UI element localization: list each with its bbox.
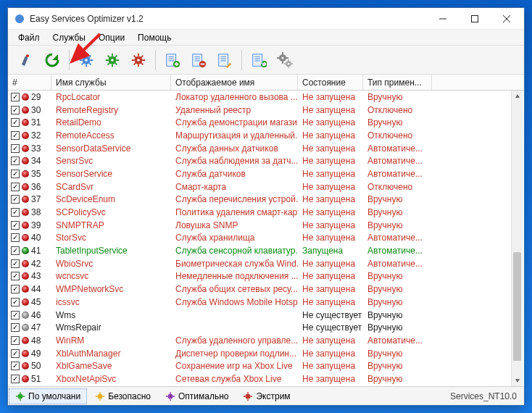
minimize-button[interactable]: [427, 9, 459, 29]
row-checkbox[interactable]: ✓: [11, 183, 20, 191]
refresh-button[interactable]: [40, 48, 65, 72]
table-row[interactable]: ✓49XblAuthManagerДиспетчер проверки подл…: [8, 347, 524, 360]
list-remove-button[interactable]: [186, 48, 211, 72]
toolbar-separator: [69, 50, 70, 70]
gears-button[interactable]: [273, 48, 297, 72]
table-row[interactable]: ✓42WbioSrvcБиометрическая служба Wind...…: [8, 257, 524, 270]
table-row[interactable]: ✓37ScDeviceEnumСлужба перечисления устро…: [8, 193, 524, 206]
rocket-button[interactable]: [14, 48, 38, 72]
table-row[interactable]: ✓35SensorServiceСлужба датчиковНе запуще…: [8, 167, 524, 180]
row-number: 43: [31, 271, 41, 281]
col-start-type[interactable]: Тип примен...: [363, 75, 432, 90]
cell-display-name: Служба датчиков: [171, 169, 298, 179]
menu-options[interactable]: Опции: [93, 31, 130, 44]
table-row[interactable]: ✓32RemoteAccessМаршрутизация и удаленный…: [8, 129, 524, 142]
status-dot-icon: [22, 145, 29, 152]
row-checkbox[interactable]: ✓: [11, 259, 20, 268]
row-checkbox[interactable]: ✓: [11, 311, 20, 320]
col-num[interactable]: #: [8, 75, 51, 90]
cell-state: Не запущена: [298, 349, 363, 359]
table-row[interactable]: ✓29RpcLocatorЛокатор удаленного вызова .…: [8, 91, 524, 104]
list-add-button[interactable]: [160, 48, 185, 72]
gear-blue-button[interactable]: [74, 48, 99, 72]
scroll-up-button[interactable]: [512, 91, 523, 102]
cell-state: Не запущена: [298, 169, 363, 179]
row-checkbox[interactable]: ✓: [11, 362, 20, 370]
profile-optimal-button[interactable]: Оптимально: [159, 388, 236, 404]
col-service-name[interactable]: Имя службы: [51, 75, 171, 90]
menu-file[interactable]: Файл: [12, 31, 46, 44]
table-row[interactable]: ✓46WmsНе существуетВручную: [8, 309, 524, 322]
app-icon: [14, 13, 25, 25]
row-checkbox[interactable]: ✓: [11, 144, 20, 153]
table-row[interactable]: ✓47WmsRepairНе существуетВручную: [8, 321, 524, 334]
cell-service-name: SCardSvr: [51, 182, 171, 192]
row-checkbox[interactable]: ✓: [11, 106, 20, 114]
table-row[interactable]: ✓48WinRMСлужба удаленного управле...Не з…: [8, 334, 524, 347]
menu-help[interactable]: Помощь: [132, 31, 177, 44]
statusbar: По умолчани Безопасно Оптимально Экстрим…: [8, 386, 524, 405]
cell-service-name: TabletInputService: [51, 246, 171, 256]
cell-display-name: Маршрутизация и удаленный...: [171, 130, 298, 141]
row-checkbox[interactable]: ✓: [11, 285, 20, 293]
gear-red-button[interactable]: [126, 48, 151, 72]
profile-extreme-button[interactable]: Экстрим: [236, 388, 296, 404]
table-row[interactable]: ✓45icssvcСлужба Windows Mobile HotspotНе…: [8, 296, 524, 309]
close-button[interactable]: [491, 9, 523, 29]
table-row[interactable]: ✓36SCardSvrСмарт-картаНе запущенаОтключе…: [8, 180, 524, 193]
row-checkbox[interactable]: ✓: [11, 170, 20, 178]
list-edit-button[interactable]: [212, 48, 237, 72]
table-row[interactable]: ✓40StorSvcСлужба хранилищаНе запущенаАвт…: [8, 232, 524, 245]
cell-display-name: Служба сенсорной клавиатур...: [171, 246, 298, 256]
col-display-name[interactable]: Отображаемое имя: [171, 75, 298, 90]
table-row[interactable]: ✓50XblGameSaveСохранение игр на Xbox Liv…: [8, 359, 524, 372]
cell-start-type: Вручную: [363, 220, 432, 230]
cell-start-type: Вручную: [363, 194, 432, 204]
row-number: 29: [31, 92, 41, 102]
row-checkbox[interactable]: ✓: [11, 93, 20, 101]
table-row[interactable]: ✓30RemoteRegistryУдаленный реестрНе запу…: [8, 104, 524, 117]
row-checkbox[interactable]: ✓: [11, 272, 20, 280]
table-row[interactable]: ✓34SensrSvcСлужба наблюдения за датч...Н…: [8, 154, 524, 167]
table-row[interactable]: ✓39SNMPTRAPЛовушка SNMPНе запущенаВручну…: [8, 219, 524, 232]
table-row[interactable]: ✓41TabletInputServiceСлужба сенсорной кл…: [8, 244, 524, 257]
row-checkbox[interactable]: ✓: [11, 323, 20, 332]
col-state[interactable]: Состояние: [298, 75, 363, 90]
gear-green-button[interactable]: [100, 48, 125, 72]
row-checkbox[interactable]: ✓: [11, 246, 20, 255]
table-row[interactable]: ✓44WMPNetworkSvcСлужба общих сетевых рес…: [8, 283, 524, 296]
table-row[interactable]: ✓33SensorDataServiceСлужба данных датчик…: [8, 142, 524, 155]
row-checkbox[interactable]: ✓: [11, 131, 20, 140]
table-row[interactable]: ✓51XboxNetApiSvcСетевая служба Xbox Live…: [8, 372, 524, 385]
cell-state: Не запущена: [298, 259, 363, 269]
profile-safe-button[interactable]: Безопасно: [88, 388, 157, 404]
row-checkbox[interactable]: ✓: [11, 298, 20, 306]
row-checkbox[interactable]: ✓: [11, 221, 20, 230]
row-checkbox[interactable]: ✓: [11, 157, 20, 165]
scroll-down-button[interactable]: [512, 375, 523, 386]
row-checkbox[interactable]: ✓: [11, 118, 20, 127]
row-checkbox[interactable]: ✓: [11, 349, 20, 358]
row-checkbox[interactable]: ✓: [11, 208, 20, 217]
cell-service-name: WinRM: [51, 335, 171, 346]
cell-start-type: Вручную: [363, 271, 432, 281]
table-row[interactable]: ✓43wcncsvcНемедленные подключения ...Не …: [8, 270, 524, 283]
cell-service-name: RemoteRegistry: [51, 105, 171, 115]
profile-default-button[interactable]: По умолчани: [9, 388, 87, 404]
cell-display-name: Служба данных датчиков: [171, 143, 298, 154]
row-checkbox[interactable]: ✓: [11, 336, 20, 345]
cell-service-name: SNMPTRAP: [51, 220, 171, 230]
cell-start-type: Автоматиче...: [363, 233, 432, 243]
maximize-button[interactable]: [459, 9, 491, 29]
vertical-scrollbar[interactable]: [511, 91, 523, 386]
row-checkbox[interactable]: ✓: [11, 233, 20, 242]
row-checkbox[interactable]: ✓: [11, 195, 20, 204]
cell-start-type: Отключено: [363, 182, 432, 192]
table-row[interactable]: ✓31RetailDemoСлужба демонстрации магазин…: [8, 116, 524, 129]
menu-services[interactable]: Службы: [47, 31, 91, 44]
cell-state: Не запущена: [298, 182, 363, 192]
table-row[interactable]: ✓38SCPolicySvcПолитика удаления смарт-ка…: [8, 206, 524, 219]
scroll-thumb[interactable]: [513, 252, 521, 361]
list-refresh-button[interactable]: [246, 48, 271, 72]
row-checkbox[interactable]: ✓: [11, 375, 20, 383]
